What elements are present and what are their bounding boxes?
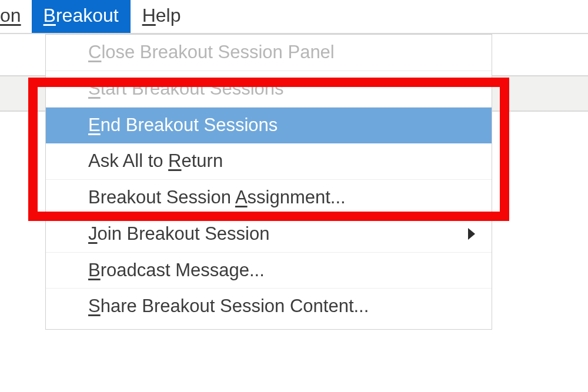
menubar-item-help[interactable]: Help [131,0,193,33]
label-pre: Ask All to [88,150,168,171]
menubar-breakout-rest: reakout [56,5,119,26]
label-m: B [88,260,101,280]
label-post: lose Breakout Session Panel [101,42,334,62]
menubar-help-rest: elp [156,5,181,26]
menu-start-breakout-sessions: Start Breakout Sessions [46,71,492,108]
menu-end-breakout-sessions[interactable]: End Breakout Sessions [46,108,492,144]
submenu-arrow-icon [468,228,475,240]
menu-ask-all-return[interactable]: Ask All to Return [46,143,492,180]
label-m: S [88,78,101,99]
menu-close-breakout-panel: Close Breakout Session Panel [46,35,492,71]
label-m: R [168,150,181,171]
label-m: A [235,187,248,207]
menu-join-breakout-session[interactable]: Join Breakout Session [46,216,492,253]
menu-share-breakout-content[interactable]: Share Breakout Session Content... [46,289,492,324]
menubar-help-m: H [142,5,156,26]
label-m: C [88,42,101,62]
label-post: tart Breakout Sessions [101,78,284,99]
menubar-item-breakout[interactable]: Breakout [32,0,131,33]
label-m: S [88,296,101,316]
breakout-dropdown: Close Breakout Session Panel Start Break… [45,34,492,330]
menubar-item-truncated[interactable]: on [0,0,32,33]
menu-broadcast-message[interactable]: Broadcast Message... [46,253,492,289]
menubar-truncated-label: on [0,5,21,26]
label-post: roadcast Message... [101,260,265,280]
label-post: eturn [182,150,223,171]
label-m: E [88,115,101,135]
label-pre: Breakout Session [88,187,235,207]
label-post: ssignment... [248,187,346,207]
menu-breakout-assignment[interactable]: Breakout Session Assignment... [46,180,492,216]
menubar: on Breakout Help [0,0,588,34]
label-m: J [88,223,98,244]
label-post: nd Breakout Sessions [101,115,278,135]
label-post: oin Breakout Session [98,223,270,244]
label-post: hare Breakout Session Content... [101,296,369,316]
menubar-breakout-m: B [44,5,56,26]
